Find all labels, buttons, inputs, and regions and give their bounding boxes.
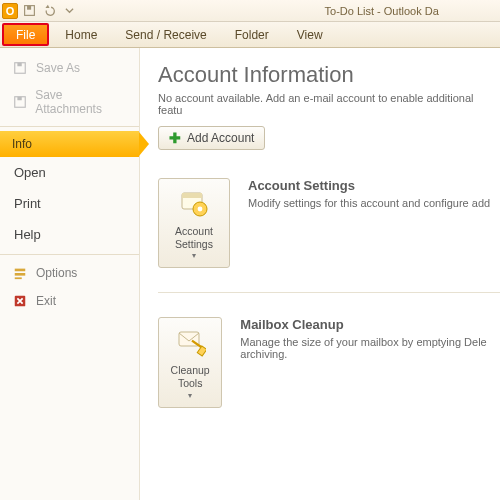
exit-icon <box>12 293 28 309</box>
cleanup-tools-button[interactable]: Cleanup Tools ▾ <box>158 317 222 407</box>
qat-save-icon[interactable] <box>20 2 38 20</box>
cleanup-description: Mailbox Cleanup Manage the size of your … <box>240 317 500 407</box>
tab-folder[interactable]: Folder <box>221 22 283 47</box>
nav-info[interactable]: Info <box>0 131 139 157</box>
svg-point-13 <box>198 207 203 212</box>
nav-save-attachments-label: Save Attachments <box>35 88 127 116</box>
account-settings-button[interactable]: Account Settings ▾ <box>158 178 230 268</box>
outlook-app-icon[interactable]: O <box>2 3 18 19</box>
save-icon <box>12 60 28 76</box>
page-title: Account Information <box>158 62 500 88</box>
nav-save-as: Save As <box>0 54 139 82</box>
ribbon-tabs: File Home Send / Receive Folder View <box>0 22 500 48</box>
account-settings-description: Account Settings Modify settings for thi… <box>248 178 490 268</box>
tab-home[interactable]: Home <box>51 22 111 47</box>
quick-access-toolbar: O <box>0 2 78 20</box>
nav-options-label: Options <box>36 266 77 280</box>
nav-exit-label: Exit <box>36 294 56 308</box>
add-account-label: Add Account <box>187 131 254 145</box>
nav-save-attachments: Save Attachments <box>0 82 139 122</box>
account-settings-title: Account Settings <box>248 178 490 193</box>
cleanup-title: Mailbox Cleanup <box>240 317 500 332</box>
svg-rect-7 <box>15 273 26 276</box>
no-account-text: No account available. Add an e-mail acco… <box>158 92 500 116</box>
nav-separator <box>0 254 139 255</box>
svg-rect-16 <box>197 346 206 356</box>
backstage-nav: Save As Save Attachments Info Open Print… <box>0 48 140 500</box>
account-settings-icon <box>178 187 210 219</box>
nav-exit[interactable]: Exit <box>0 287 139 315</box>
nav-separator <box>0 126 139 127</box>
attachment-save-icon <box>12 94 27 110</box>
section-account-settings: Account Settings ▾ Account Settings Modi… <box>158 178 500 268</box>
plus-icon: ✚ <box>169 131 181 145</box>
svg-rect-6 <box>15 269 26 272</box>
svg-rect-5 <box>17 97 21 101</box>
qat-dropdown-icon[interactable] <box>60 2 78 20</box>
tab-send-receive[interactable]: Send / Receive <box>111 22 220 47</box>
svg-rect-1 <box>27 6 31 10</box>
add-account-button[interactable]: ✚ Add Account <box>158 126 265 150</box>
nav-options[interactable]: Options <box>0 259 139 287</box>
options-icon <box>12 265 28 281</box>
svg-rect-11 <box>182 193 202 198</box>
qat-undo-icon[interactable] <box>40 2 58 20</box>
nav-save-as-label: Save As <box>36 61 80 75</box>
account-settings-button-label: Account Settings <box>163 225 225 251</box>
nav-info-label: Info <box>12 137 32 151</box>
chevron-down-icon: ▾ <box>188 391 192 401</box>
backstage-view: Save As Save Attachments Info Open Print… <box>0 48 500 500</box>
section-mailbox-cleanup: Cleanup Tools ▾ Mailbox Cleanup Manage t… <box>158 292 500 407</box>
svg-rect-8 <box>15 277 22 279</box>
tab-file[interactable]: File <box>2 23 49 46</box>
nav-help[interactable]: Help <box>0 219 139 250</box>
backstage-content: Account Information No account available… <box>140 48 500 500</box>
window-title: To-Do List - Outlook Da <box>325 5 439 17</box>
account-settings-desc: Modify settings for this account and con… <box>248 197 490 209</box>
chevron-down-icon: ▾ <box>192 251 196 261</box>
svg-rect-3 <box>17 63 21 67</box>
title-bar: O To-Do List - Outlook Da <box>0 0 500 22</box>
cleanup-tools-icon <box>174 326 206 358</box>
tab-view[interactable]: View <box>283 22 337 47</box>
nav-open[interactable]: Open <box>0 157 139 188</box>
cleanup-tools-button-label: Cleanup Tools <box>163 364 217 390</box>
cleanup-desc: Manage the size of your mailbox by empty… <box>240 336 500 360</box>
nav-print[interactable]: Print <box>0 188 139 219</box>
